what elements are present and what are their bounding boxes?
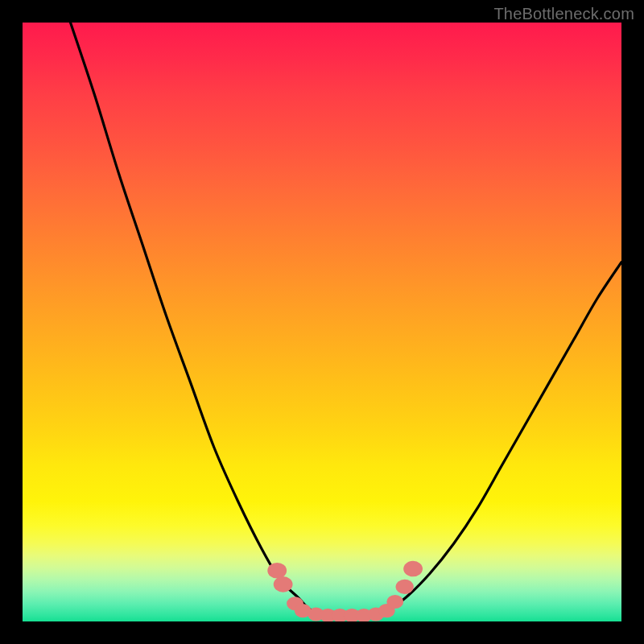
watermark-text: TheBottleneck.com bbox=[493, 5, 634, 23]
plot-area bbox=[23, 23, 621, 621]
bead bbox=[267, 563, 287, 579]
bead bbox=[386, 595, 403, 609]
bottleneck-curve bbox=[71, 23, 621, 616]
chart-frame: TheBottleneck.com bbox=[0, 0, 644, 644]
bead bbox=[274, 576, 293, 592]
bead bbox=[403, 561, 423, 577]
bead bbox=[396, 580, 414, 594]
curve-layer bbox=[23, 23, 621, 621]
